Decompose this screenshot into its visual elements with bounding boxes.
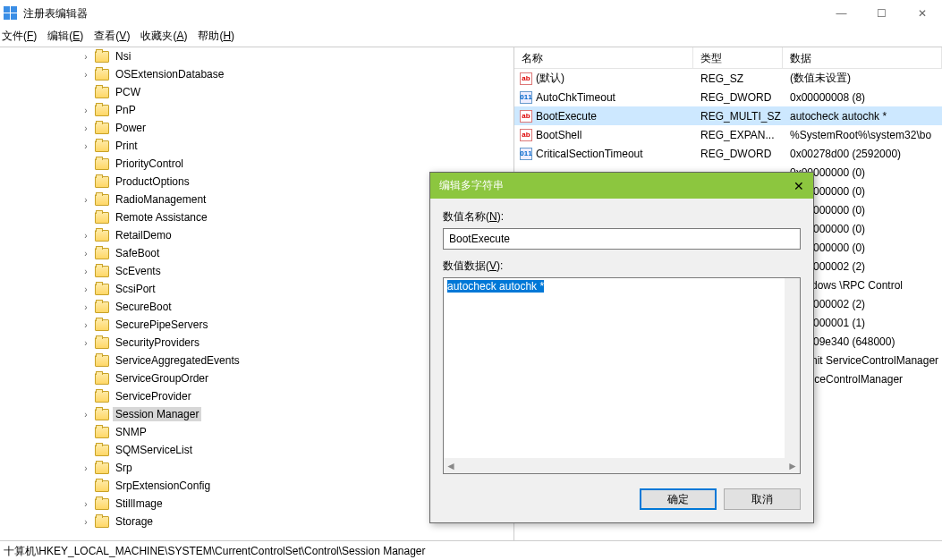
col-header-type[interactable]: 类型 — [693, 47, 783, 68]
folder-icon — [95, 51, 109, 63]
menu-file[interactable]: 文件(F) — [2, 29, 37, 44]
tree-item-label: PCW — [113, 85, 143, 99]
value-data: %SystemRoot%\system32\bo — [783, 129, 942, 141]
chevron-icon[interactable]: › — [81, 284, 91, 294]
menu-edit[interactable]: 编辑(E) — [47, 29, 83, 44]
folder-icon — [95, 158, 109, 170]
chevron-icon[interactable]: › — [81, 463, 91, 473]
tree-item-label: SecurePipeServers — [113, 318, 210, 332]
chevron-icon[interactable]: › — [81, 123, 91, 133]
col-header-name[interactable]: 名称 — [514, 47, 693, 68]
folder-icon — [95, 140, 109, 152]
tree-item-label: OSExtensionDatabase — [113, 67, 226, 81]
folder-icon — [95, 212, 109, 224]
folder-icon — [95, 123, 109, 134]
folder-icon — [95, 248, 109, 259]
window-title: 注册表编辑器 — [23, 6, 88, 21]
value-type: REG_DWORD — [693, 148, 783, 160]
tree-item-label: ScEvents — [113, 264, 164, 278]
value-type: REG_MULTI_SZ — [693, 110, 783, 123]
col-header-data[interactable]: 数据 — [783, 47, 942, 68]
chevron-icon[interactable]: › — [81, 195, 91, 205]
menu-help[interactable]: 帮助(H) — [198, 29, 234, 44]
close-button[interactable]: ✕ — [902, 0, 942, 27]
tree-item[interactable]: PriorityControl — [0, 155, 513, 173]
tree-item[interactable]: ›OSExtensionDatabase — [0, 65, 513, 83]
chevron-icon[interactable]: › — [81, 141, 91, 151]
chevron-icon[interactable]: › — [81, 70, 91, 80]
menu-favorites[interactable]: 收藏夹(A) — [140, 29, 187, 44]
chevron-icon[interactable]: › — [81, 302, 91, 312]
value-name: BootExecute — [536, 110, 597, 123]
chevron-icon[interactable]: › — [81, 52, 91, 62]
dword-value-icon: 011 — [520, 148, 532, 160]
tree-item-label: PnP — [113, 103, 139, 117]
string-value-icon: ab — [520, 110, 532, 123]
value-name-input[interactable] — [443, 228, 801, 250]
chevron-icon[interactable]: › — [81, 517, 91, 527]
folder-icon — [95, 337, 109, 349]
tree-item-label: ScsiPort — [113, 282, 158, 296]
value-data: 0x00000008 (8) — [783, 91, 942, 104]
string-value-icon: ab — [520, 129, 532, 141]
list-row[interactable]: abBootShellREG_EXPAN...%SystemRoot%\syst… — [514, 125, 942, 144]
chevron-icon[interactable]: › — [81, 267, 91, 276]
dialog-close-icon[interactable]: ✕ — [793, 179, 804, 193]
tree-item-label: Power — [113, 121, 149, 135]
folder-icon — [95, 301, 109, 313]
app-icon — [4, 6, 18, 21]
value-type: REG_EXPAN... — [693, 129, 783, 141]
tree-item[interactable]: ›PnP — [0, 101, 513, 119]
chevron-icon[interactable]: › — [81, 231, 91, 241]
tree-item[interactable]: ›Print — [0, 137, 513, 155]
dword-value-icon: 011 — [520, 91, 532, 104]
tree-item[interactable]: ›Power — [0, 119, 513, 137]
list-row[interactable]: abBootExecuteREG_MULTI_SZautocheck autoc… — [514, 106, 942, 125]
chevron-icon[interactable]: › — [81, 410, 91, 420]
value-type: REG_SZ — [693, 72, 783, 85]
ok-button[interactable]: 确定 — [640, 488, 717, 510]
folder-icon — [95, 373, 109, 385]
minimize-button[interactable]: — — [821, 0, 861, 27]
chevron-icon[interactable]: › — [81, 320, 91, 330]
chevron-icon[interactable]: › — [81, 249, 91, 259]
horizontal-scrollbar[interactable]: ◄► — [444, 458, 800, 473]
vertical-scrollbar[interactable] — [785, 278, 800, 458]
folder-icon — [95, 69, 109, 81]
tree-item[interactable]: PCW — [0, 83, 513, 101]
tree-item-label: SecureBoot — [113, 300, 174, 314]
tree-item-label: Print — [113, 139, 140, 153]
string-value-icon: ab — [520, 72, 532, 85]
menu-view[interactable]: 查看(V) — [94, 29, 130, 44]
tree-item-label: ProductOptions — [113, 174, 192, 189]
tree-item-label: RadioManagement — [113, 192, 208, 207]
value-name: AutoChkTimeout — [536, 91, 615, 104]
tree-item-label: StillImage — [113, 496, 165, 511]
list-row[interactable]: 011CriticalSectionTimeoutREG_DWORD0x0027… — [514, 144, 942, 163]
dialog-titlebar[interactable]: 编辑多字符串 ✕ — [430, 173, 813, 199]
chevron-icon[interactable]: › — [81, 499, 91, 509]
value-name: CriticalSectionTimeout — [536, 148, 643, 160]
chevron-icon[interactable]: › — [81, 106, 91, 115]
cancel-button[interactable]: 取消 — [724, 488, 801, 510]
tree-item-label: SecurityProviders — [113, 335, 202, 350]
tree-item-label: ServiceProvider — [113, 389, 194, 403]
tree-item[interactable]: ›Nsi — [0, 47, 513, 65]
tree-item-label: SQMServiceList — [113, 443, 195, 457]
tree-item-label: ServiceGroupOrder — [113, 371, 211, 386]
tree-item-label: Session Manager — [113, 407, 201, 421]
value-type: REG_DWORD — [693, 91, 783, 104]
chevron-icon[interactable]: › — [81, 338, 91, 348]
tree-item-label: Nsi — [113, 49, 133, 64]
selected-text: autocheck autochk * — [447, 280, 544, 293]
list-row[interactable]: ab(默认)REG_SZ(数值未设置) — [514, 69, 942, 88]
tree-item-label: PriorityControl — [113, 157, 186, 171]
tree-item-label: SrpExtensionConfig — [113, 479, 213, 493]
value-data-textarea[interactable]: autocheck autochk * ◄► — [443, 277, 801, 474]
maximize-button[interactable]: ☐ — [861, 0, 902, 27]
list-row[interactable]: 011AutoChkTimeoutREG_DWORD0x00000008 (8) — [514, 88, 942, 106]
edit-multistring-dialog: 编辑多字符串 ✕ 数值名称(N): 数值数据(V): autocheck aut… — [429, 172, 814, 523]
tree-item-label: Storage — [113, 514, 156, 529]
folder-icon — [95, 409, 109, 420]
menubar: 文件(F) 编辑(E) 查看(V) 收藏夹(A) 帮助(H) — [0, 27, 942, 47]
